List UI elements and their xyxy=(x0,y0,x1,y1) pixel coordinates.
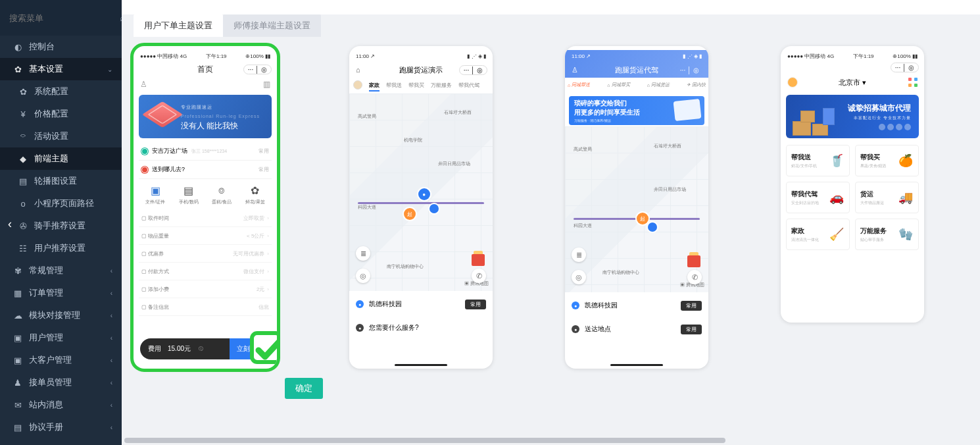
map-marker-icon: 起 xyxy=(404,208,416,220)
tab-send: 帮我送 xyxy=(386,82,402,89)
card-send: 帮我送鲜花/文件/手机🥤 xyxy=(786,145,850,176)
card-housekeeping: 家政清洁清洗一体化🧹 xyxy=(786,219,850,250)
yen-icon: ¥ xyxy=(17,109,29,119)
menu-general-manage[interactable]: ✾ 常规管理 ‹ xyxy=(0,259,122,282)
chevron-left-icon: ‹ xyxy=(110,379,112,386)
menu-courier-manage[interactable]: ♟ 接单员管理 ‹ xyxy=(0,371,122,394)
card-sub: 果蔬/美食/烟酒 xyxy=(860,163,886,169)
menu-user-manage[interactable]: ▣ 用户管理 ‹ xyxy=(0,327,122,349)
wechat-capsule-icon: ··· │ ◎ xyxy=(243,65,272,74)
row-value: 无可用优惠券 xyxy=(233,250,264,257)
tab-label: 同城帮送 xyxy=(572,82,590,88)
menu-label: 控制台 xyxy=(29,41,55,53)
tab-local-send: ⌂同城帮送 xyxy=(568,82,590,88)
menu-module-integration[interactable]: ☁ 模块对接管理 ‹ xyxy=(0,304,122,327)
confirm-button[interactable]: 确定 xyxy=(285,378,323,399)
map-marker-icon xyxy=(429,204,439,213)
promo-text: 琐碎的事交给我们 用更多的时间享受生活 万能服务 · 清洁保养/搬运 xyxy=(574,99,640,122)
card-sub: 贴心帮手服务 xyxy=(860,237,887,243)
row-value: 2元 xyxy=(257,286,264,293)
menu-miniprogram-path[interactable]: o 小程序页面路径 xyxy=(0,192,122,215)
menu-price-config[interactable]: ¥ 价格配置 xyxy=(0,103,122,125)
card-title: 帮我买 xyxy=(860,153,886,162)
card-sub: 安全到达目的地 xyxy=(791,200,819,206)
card-sub: 清洁清洗一体化 xyxy=(791,237,819,243)
city-selector: 北京市 ▾ xyxy=(781,72,924,92)
theme-option-2[interactable]: 11:00 ↗ ▮ ⋰ ◈ ▮ ⌂ 跑腿货运演示 ··· │ ◎ 家政 帮我送 … xyxy=(349,46,493,369)
theme-option-1[interactable]: ●●●●● 中国移动 4G 下午1:19 ⊕100% ▮▮ 首页 ··· │ ◎… xyxy=(134,46,277,369)
tab-user-order-theme[interactable]: 用户下单主题设置 xyxy=(134,14,223,37)
map-marker-icon: 起 xyxy=(637,213,649,224)
map-label: 科园大道 xyxy=(574,222,592,229)
image-icon: ▤ xyxy=(17,176,29,186)
menu-activity-settings[interactable]: ⌔ 活动设置 xyxy=(0,125,122,147)
address-from: 安吉万达广场 张三 158****1234 常用 xyxy=(139,142,272,161)
cloud-icon: ☁ xyxy=(12,311,24,321)
mail-icon: ✉ xyxy=(12,400,24,410)
drink-icon: 🥤 xyxy=(829,151,845,170)
tab-local-buy: ⌂同城帮买 xyxy=(607,82,629,88)
map-marker-center-icon: ● xyxy=(418,188,430,200)
horizontal-scrollbar[interactable] xyxy=(122,436,980,445)
hero-banner: 诚挚招募城市代理 丰富配送行业 专业技术力量 xyxy=(786,95,919,138)
scrollbar-thumb[interactable] xyxy=(124,438,725,443)
phone-status-bar: 11:00 ↗ ▮ ⋰ ◈ ▮ xyxy=(565,50,708,62)
phone-title-text: 跑腿货运演示 xyxy=(399,65,443,75)
row-label: 备注信息 xyxy=(148,304,169,310)
menu-carousel-settings[interactable]: ▤ 轮播图设置 xyxy=(0,170,122,192)
menu-corp-manage[interactable]: ▣ 大客户管理 ‹ xyxy=(0,349,122,371)
chevron-left-icon: ‹ xyxy=(110,357,112,364)
promo-banner: 琐碎的事交给我们 用更多的时间享受生活 万能服务 · 清洁保养/搬运 xyxy=(569,96,704,125)
cake-icon: ⌾ xyxy=(215,184,228,196)
banner-illustration-icon xyxy=(142,101,183,128)
service-phone: ▤手机/数码 xyxy=(172,184,206,205)
menu-agreements[interactable]: ▤ 协议手册 ‹ xyxy=(0,416,122,438)
search-input[interactable] xyxy=(9,13,120,23)
chevron-left-icon: ‹ xyxy=(110,290,112,297)
row-coupon: ▢ 优惠券无可用优惠券› xyxy=(139,245,272,263)
card-sub: 大件物品搬运 xyxy=(860,200,884,206)
status-signal: ▮ ⋰ ◈ ▮ xyxy=(683,53,702,59)
theme-option-3[interactable]: 11:00 ↗ ▮ ⋰ ◈ ▮ ♙ 跑腿货运代驾 ··· │ ◎ ⌂同城帮送 ⌂… xyxy=(565,46,708,369)
tab-local-cargo: ⌂同城货运 xyxy=(647,82,670,88)
chevron-left-icon: ‹ xyxy=(110,334,112,342)
glove-icon: 🧤 xyxy=(898,225,914,244)
service-label: 文件/证件 xyxy=(145,199,165,205)
service-grid: 帮我送鲜花/文件/手机🥤 帮我买果蔬/美食/烟酒🍊 帮我代驾安全到达目的地🚗 货… xyxy=(781,141,924,254)
location-tag: 常用 xyxy=(681,325,702,334)
sidebar-search[interactable]: ⌕ xyxy=(0,0,122,36)
map-label: 高武警局 xyxy=(574,146,592,153)
chevron-right-icon: › xyxy=(267,269,269,275)
phone-status-bar: ●●●●● 中国移动 4G 下午1:19 ⊕100% ▮▮ xyxy=(134,50,277,62)
phone-title: 首页 ··· │ ◎ xyxy=(134,62,277,76)
service-files: ▣文件/证件 xyxy=(139,184,172,205)
menu-label: 骑手推荐设置 xyxy=(34,220,86,232)
folder-icon: ▣ xyxy=(149,184,162,196)
row-payment: ▢ 付款方式微信支付› xyxy=(139,263,272,280)
card-title: 家政 xyxy=(791,226,819,236)
tab-worker-theme[interactable]: 师傅接单端主题设置 xyxy=(223,14,321,37)
dot-dark-icon: ● xyxy=(572,325,579,333)
map-label: 井田日用品市场 xyxy=(654,186,686,193)
menu-frontend-theme[interactable]: ◆ 前端主题 xyxy=(0,147,122,170)
locate-button-icon: ◎ xyxy=(572,270,586,284)
grid-menu-icon xyxy=(908,78,918,87)
menu-label: 用户推荐设置 xyxy=(34,242,86,254)
menu-basic-settings[interactable]: ✿ 基本设置 ⌄ xyxy=(0,58,122,80)
card-universal: 万能服务贴心帮手服务🧤 xyxy=(855,219,919,250)
home-icon: ⌂ xyxy=(647,83,650,88)
menu-console[interactable]: ◐ 控制台 xyxy=(0,36,122,58)
service-prompt-row: ● 您需要什么服务? xyxy=(356,317,486,338)
tab-label: 国内快 xyxy=(692,82,706,88)
user-row: ♙ ▥ xyxy=(134,76,277,92)
theme-option-4[interactable]: ●●●●● 中国移动 4G 下午1:19 ⊕100% ▮▮ ··· │ ◎ 北京… xyxy=(781,46,924,323)
banner-line-1: 专业跑腿速运 xyxy=(181,103,260,112)
location-tag: 常用 xyxy=(681,301,702,311)
menu-system-config[interactable]: ✿ 系统配置 xyxy=(0,80,122,103)
menu-rider-recommend[interactable]: ✇ 骑手推荐设置 xyxy=(0,215,122,237)
menu-user-recommend[interactable]: ☷ 用户推荐设置 xyxy=(0,237,122,259)
address-from-tag: 常用 xyxy=(258,147,269,155)
home-icon: ⌂ xyxy=(356,66,360,74)
menu-messages[interactable]: ✉ 站内消息 ‹ xyxy=(0,394,122,416)
menu-order-manage[interactable]: ▦ 订单管理 ‹ xyxy=(0,282,122,304)
